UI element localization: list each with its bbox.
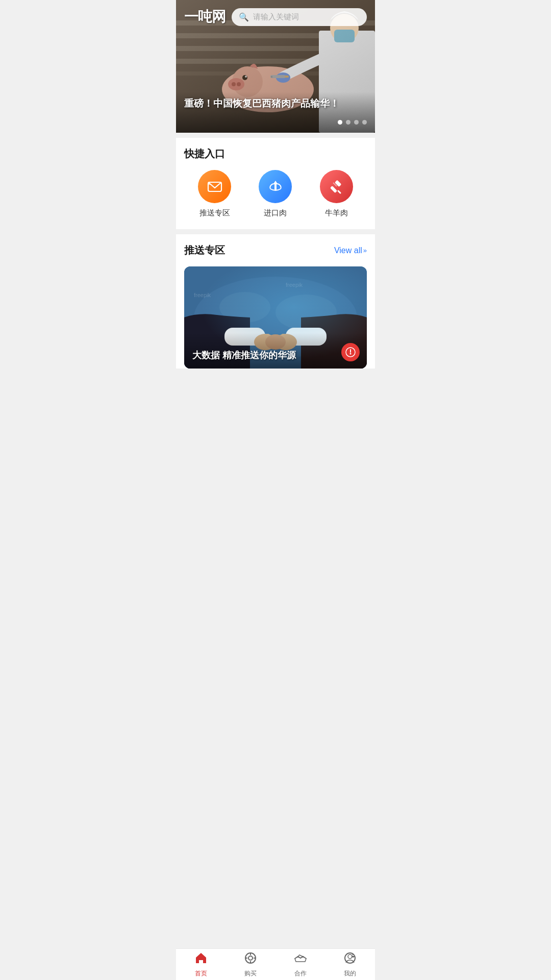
header: 一吨网 🔍 请输入关键词 [176, 0, 375, 34]
promo-header: 推送专区 View all » [184, 243, 367, 257]
quick-icons-container: 推送专区 进口肉 [184, 170, 367, 218]
search-placeholder-text: 请输入关键词 [253, 12, 299, 22]
app-logo: 一吨网 [184, 7, 226, 27]
quick-item-import[interactable]: 进口肉 [245, 170, 306, 218]
view-all-button[interactable]: View all » [334, 246, 367, 255]
quick-access-header: 快捷入口 [184, 147, 367, 161]
svg-point-56 [348, 954, 352, 959]
search-bar[interactable]: 🔍 请输入关键词 [232, 8, 367, 26]
beef-icon [320, 170, 353, 203]
mine-icon [343, 951, 357, 968]
dot-4[interactable] [362, 120, 367, 125]
nav-item-cooperate[interactable]: 合作 [276, 949, 325, 980]
import-label: 进口肉 [264, 208, 287, 218]
promo-card[interactable]: freepik freepik [184, 266, 367, 369]
nav-item-mine[interactable]: 我的 [325, 949, 375, 980]
nav-label-home: 首页 [195, 969, 207, 978]
buy-icon [244, 951, 257, 968]
nav-label-mine: 我的 [344, 969, 356, 978]
promo-badge[interactable] [341, 343, 360, 361]
push-label: 推送专区 [199, 208, 230, 218]
nav-item-home[interactable]: 首页 [176, 949, 226, 980]
promo-section: 推送专区 View all » freepik freepik [176, 234, 375, 369]
view-all-chevron-icon: » [363, 247, 367, 254]
nav-label-buy: 购买 [244, 969, 257, 978]
nav-label-cooperate: 合作 [294, 969, 307, 978]
import-icon [259, 170, 292, 203]
hero-caption: 重磅！中国恢复巴西猪肉产品输华！ [184, 97, 339, 110]
dot-1[interactable] [338, 120, 342, 125]
beef-label: 牛羊肉 [325, 208, 348, 218]
search-icon: 🔍 [239, 12, 249, 22]
svg-point-50 [248, 956, 253, 960]
bottom-nav: 首页 购买 合作 [176, 948, 375, 980]
hero-dots [338, 120, 367, 125]
nav-item-buy[interactable]: 购买 [226, 949, 276, 980]
home-icon [194, 951, 208, 968]
svg-point-48 [350, 353, 352, 355]
quick-item-beef[interactable]: 牛羊肉 [306, 170, 367, 218]
svg-line-25 [338, 191, 340, 193]
promo-title: 推送专区 [184, 243, 225, 257]
quick-item-push[interactable]: 推送专区 [184, 170, 245, 218]
svg-rect-24 [330, 185, 337, 192]
dot-3[interactable] [354, 120, 359, 125]
svg-point-59 [353, 955, 354, 956]
svg-point-58 [352, 955, 353, 956]
quick-access-title: 快捷入口 [184, 147, 225, 161]
svg-point-57 [352, 954, 355, 958]
push-icon [198, 170, 231, 203]
quick-access-section: 快捷入口 推送专区 进口肉 [176, 138, 375, 229]
dot-2[interactable] [346, 120, 350, 125]
cooperate-icon [294, 951, 307, 968]
promo-caption: 大数据 精准推送你的华源 [192, 349, 296, 361]
